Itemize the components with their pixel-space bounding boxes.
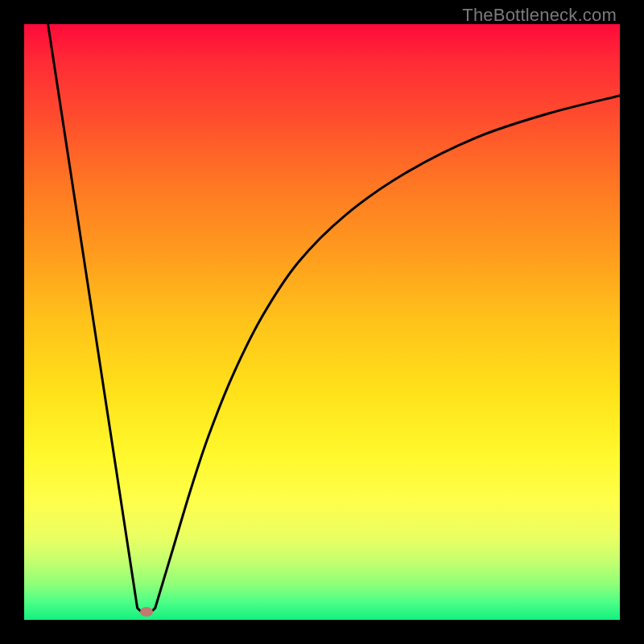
plot-frame — [24, 24, 620, 620]
selection-marker — [140, 607, 153, 617]
watermark-text: TheBottleneck.com — [462, 5, 617, 26]
bottleneck-curve — [24, 24, 620, 620]
